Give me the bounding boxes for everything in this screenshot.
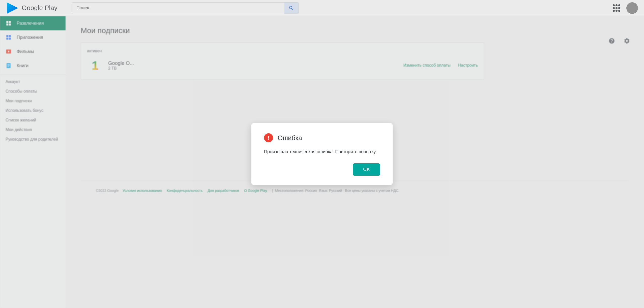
ok-button[interactable]: OK [353,163,380,176]
error-icon: ! [264,133,273,142]
dialog-header: ! Ошибка [264,133,380,142]
dialog-title: Ошибка [278,134,302,142]
error-dialog: ! Ошибка Произошла техническая ошибка. П… [251,123,393,185]
dialog-footer: OK [264,163,380,176]
dialog-body: Произошла техническая ошибка. Повторите … [264,148,380,155]
dialog-overlay: ! Ошибка Произошла техническая ошибка. П… [0,0,644,308]
